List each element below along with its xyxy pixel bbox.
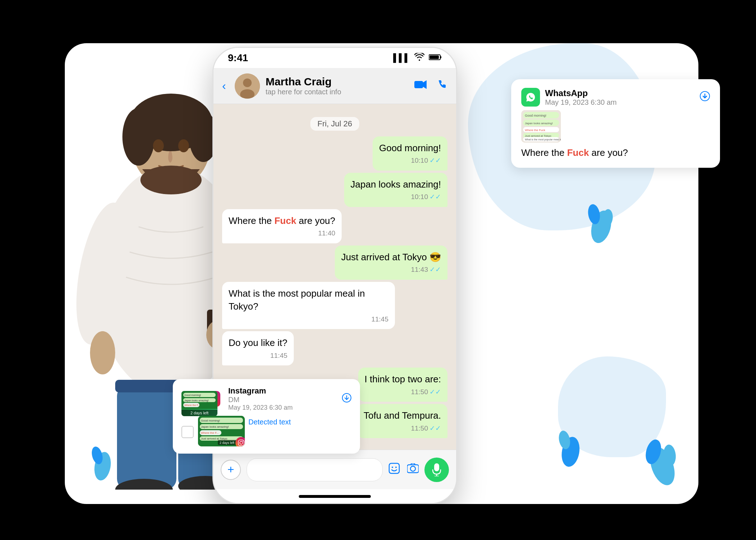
- svg-text:2 days left: 2 days left: [220, 441, 235, 445]
- notif-text-before: Where the: [521, 147, 567, 158]
- leaf-right-mid: [554, 428, 587, 468]
- message-input[interactable]: [247, 458, 383, 481]
- svg-point-84: [240, 441, 243, 444]
- message-row: What is the most popular meal in Tokyo? …: [222, 282, 447, 329]
- read-receipt: ✓✓: [429, 156, 441, 166]
- ig-notif-date: May 19, 2023 6:30 am: [228, 404, 338, 411]
- svg-point-36: [243, 78, 252, 87]
- header-action-icons: [414, 79, 447, 93]
- svg-point-15: [122, 108, 155, 166]
- message-bubble: What is the most popular meal in Tokyo? …: [222, 282, 395, 329]
- notif-download-icon[interactable]: [700, 91, 710, 104]
- video-call-icon[interactable]: [414, 79, 427, 93]
- home-bar: [299, 495, 371, 498]
- message-bubble: Good morning! 10:10 ✓✓: [373, 136, 447, 171]
- notif-preview-area: Good morning! Japan looks amazing! Where…: [521, 110, 710, 143]
- message-text: I think top two are:: [365, 374, 441, 384]
- camera-icon[interactable]: [407, 463, 419, 476]
- svg-point-85: [243, 441, 243, 442]
- message-bubble: Do you like it? 11:45: [222, 331, 294, 365]
- message-time: 11:45: [371, 315, 388, 324]
- read-receipt: ✓✓: [429, 265, 441, 275]
- leaf-bottom-right: [641, 436, 684, 490]
- sticker-icon[interactable]: [388, 463, 400, 477]
- date-label: Fri, Jul 26: [310, 117, 360, 131]
- svg-rect-83: [238, 440, 244, 446]
- notif-ig-badge: 2 days left: [181, 410, 217, 416]
- notif-preview-image: Good morning! Japan looks amazing! Where…: [521, 110, 561, 143]
- contact-avatar: [235, 73, 260, 99]
- svg-rect-34: [429, 55, 439, 59]
- svg-text:Where the Fuck: Where the Fuck: [525, 129, 545, 132]
- message-bubble: Just arrived at Tokyo 😎 11:43 ✓✓: [335, 246, 447, 280]
- notif-main-text: Where the Fuck are you?: [521, 146, 710, 159]
- message-time: 11:50: [411, 387, 428, 397]
- svg-text:Japan looks amazing!: Japan looks amazing!: [184, 399, 209, 402]
- message-bubble: Where the Fuck are you? 11:40: [222, 209, 342, 243]
- svg-text:Good morning!: Good morning!: [184, 394, 201, 397]
- back-button[interactable]: ‹: [222, 79, 226, 93]
- message-bubble: I think top two are: 11:50 ✓✓: [358, 368, 447, 402]
- flagged-word: Fuck: [274, 215, 296, 226]
- ig-notif-header: 2 days left Good morning! Japan looks am…: [181, 386, 351, 411]
- message-text: Tofu and Tempura.: [364, 410, 441, 421]
- contact-sub: tap here for contact info: [266, 88, 409, 96]
- date-separator: Fri, Jul 26: [222, 117, 447, 131]
- svg-text:Where the F...: Where the F...: [184, 404, 200, 406]
- message-text: Japan looks amazing!: [351, 179, 441, 190]
- ig-app-name: Instagram: [228, 386, 338, 396]
- message-time: 11:43: [411, 265, 428, 275]
- voice-call-icon[interactable]: [437, 79, 447, 93]
- notif-app-name: WhatsApp: [545, 88, 617, 98]
- ig-checkbox[interactable]: [181, 426, 194, 438]
- message-row: Japan looks amazing! 10:10 ✓✓: [222, 173, 447, 207]
- status-icons: ▌▌▌: [393, 53, 442, 63]
- ig-preview-image: Good morning! Japan looks amazing! Where…: [198, 416, 245, 446]
- message-bubble: Japan looks amazing! 10:10 ✓✓: [344, 173, 447, 207]
- message-text: Good morning!: [379, 143, 441, 153]
- notif-text-after: are you?: [589, 147, 628, 158]
- svg-text:Good morning!: Good morning!: [201, 419, 220, 422]
- attach-button[interactable]: +: [221, 460, 241, 480]
- message-text: Just arrived at Tokyo 😎: [341, 252, 441, 262]
- battery-icon: [429, 53, 442, 63]
- whatsapp-app-icon: [521, 88, 540, 107]
- svg-rect-40: [389, 463, 399, 473]
- svg-text:Where the F...: Where the F...: [201, 431, 219, 435]
- message-time: 11:45: [270, 351, 288, 361]
- notif-date: May 19, 2023 6:30 am: [545, 98, 617, 107]
- svg-text:Good morning!: Good morning!: [525, 114, 546, 117]
- svg-point-41: [392, 467, 393, 468]
- chat-input-bar: +: [213, 450, 456, 489]
- svg-rect-24: [117, 385, 176, 490]
- leaf-mid-right: [583, 202, 619, 245]
- message-text: What is the most popular meal in Tokyo?: [229, 288, 365, 312]
- detected-text-link[interactable]: Detected text: [248, 418, 291, 426]
- svg-point-44: [410, 466, 415, 471]
- svg-point-42: [395, 467, 397, 468]
- mic-button[interactable]: [424, 458, 449, 482]
- chat-header: ‹ Martha Craig tap here for contact info: [213, 68, 456, 104]
- svg-point-29: [153, 139, 164, 152]
- input-icons: [388, 463, 419, 477]
- contact-info: Martha Craig tap here for contact info: [266, 76, 409, 96]
- svg-text:What is the most popular meal : What is the most popular meal in: [525, 138, 561, 141]
- svg-point-20: [90, 331, 115, 374]
- message-bubble: Tofu and Tempura. 11:50 ✓✓: [357, 404, 447, 438]
- status-bar: 9:41 ▌▌▌: [213, 48, 456, 68]
- svg-rect-33: [440, 56, 441, 58]
- message-time: 10:10: [411, 156, 428, 166]
- instagram-notification-card: 2 days left Good morning! Japan looks am…: [173, 379, 360, 454]
- message-text: Do you like it?: [229, 337, 287, 348]
- signal-icon: ▌▌▌: [393, 53, 410, 63]
- svg-rect-38: [414, 81, 423, 88]
- message-row: Where the Fuck are you? 11:40: [222, 209, 447, 243]
- message-row: Good morning! 10:10 ✓✓: [222, 136, 447, 171]
- svg-point-30: [178, 139, 189, 152]
- notif-flagged-word: Fuck: [567, 147, 589, 158]
- ig-download-icon[interactable]: [342, 393, 351, 405]
- message-time: 11:50: [411, 424, 428, 433]
- wifi-icon: [414, 53, 424, 63]
- message-time: 11:40: [318, 229, 336, 238]
- svg-text:Japan looks amazing!: Japan looks amazing!: [201, 425, 229, 428]
